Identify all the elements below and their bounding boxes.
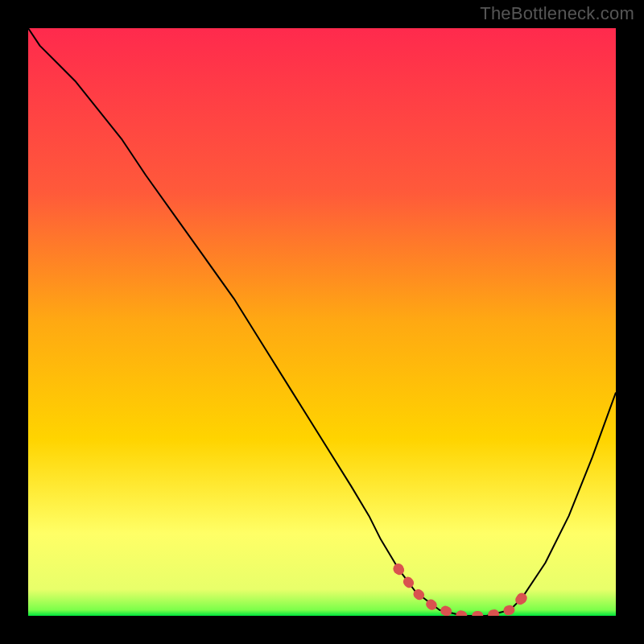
optimal-range-endcap: [393, 564, 403, 574]
gradient-background: [28, 28, 616, 616]
attribution-label: TheBottleneck.com: [480, 3, 634, 24]
plot-area: [28, 28, 616, 616]
chart-container: TheBottleneck.com: [0, 0, 644, 644]
optimal-range-endcap: [517, 593, 527, 604]
chart-svg: [28, 28, 616, 616]
